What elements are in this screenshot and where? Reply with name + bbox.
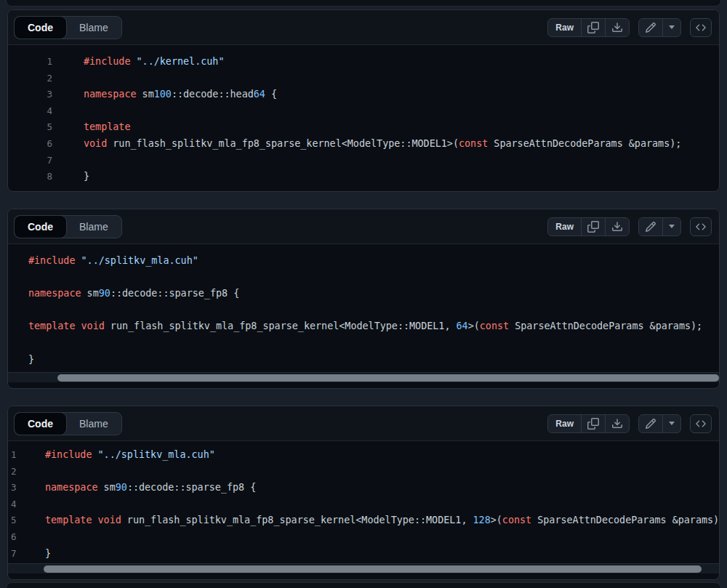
code-symbol-button[interactable] bbox=[690, 18, 712, 37]
line-number[interactable]: 6 bbox=[8, 136, 52, 153]
code-symbol-button[interactable] bbox=[690, 414, 712, 433]
h-scrollbar[interactable] bbox=[8, 563, 719, 573]
scrollbar-thumb[interactable] bbox=[57, 374, 719, 382]
download-button[interactable] bbox=[605, 19, 629, 36]
code-line-text: #include "../splitkv_mla.cuh" bbox=[8, 253, 198, 270]
code-line-text: template void run_flash_splitkv_mla_fp8_… bbox=[25, 512, 719, 529]
code-symbol-button[interactable] bbox=[690, 217, 712, 236]
raw-copy-download-group: Raw bbox=[547, 414, 630, 433]
copy-button[interactable] bbox=[581, 19, 605, 36]
code-line: 2 bbox=[8, 71, 719, 87]
code-line-text: #include "../kernel.cuh" bbox=[52, 54, 225, 71]
copy-icon bbox=[587, 221, 599, 233]
code-line: 1#include "../kernel.cuh" bbox=[8, 54, 719, 71]
toolbar-actions: Raw bbox=[547, 18, 712, 37]
scrollbar-thumb[interactable] bbox=[44, 565, 702, 573]
code-line: 6 bbox=[8, 529, 719, 546]
code-line: 2 bbox=[8, 464, 719, 480]
code-line-text bbox=[52, 153, 84, 169]
code-line: } bbox=[8, 352, 719, 368]
code-line-text: void run_flash_splitkv_mla_fp8_sparse_ke… bbox=[52, 136, 681, 153]
code-line-text bbox=[25, 529, 45, 546]
toolbar-actions: Raw bbox=[547, 217, 712, 236]
code-panel-1: Code Blame Raw 1#include "../kernel.cuh"… bbox=[7, 9, 720, 192]
line-number[interactable]: 5 bbox=[8, 512, 25, 529]
code-line-text: namespace sm90::decode::sparse_fp8 { bbox=[25, 480, 256, 496]
code-line-text: namespace sm90::decode::sparse_fp8 { bbox=[8, 286, 239, 302]
toolbar-actions: Raw bbox=[547, 414, 712, 433]
edit-button[interactable] bbox=[639, 218, 662, 235]
chevron-down-icon bbox=[669, 225, 675, 228]
code-line: 5template void run_flash_splitkv_mla_fp8… bbox=[8, 512, 719, 529]
tab-blame[interactable]: Blame bbox=[66, 413, 121, 435]
code-panel-3: Code Blame Raw 1#include "../splitkv_mla… bbox=[7, 406, 720, 580]
pencil-icon bbox=[645, 22, 656, 33]
code-line: 6void run_flash_splitkv_mla_fp8_sparse_k… bbox=[8, 136, 719, 153]
tab-blame[interactable]: Blame bbox=[66, 17, 121, 39]
download-icon bbox=[611, 418, 623, 430]
edit-button[interactable] bbox=[639, 19, 662, 36]
chevron-down-icon bbox=[669, 25, 675, 29]
line-number[interactable]: 6 bbox=[8, 529, 25, 546]
code-lines: #include "../splitkv_mla.cuh"namespace s… bbox=[8, 244, 719, 372]
code-line-text: #include "../splitkv_mla.cuh" bbox=[25, 447, 215, 464]
raw-button[interactable]: Raw bbox=[548, 218, 581, 235]
code-line: template void run_flash_splitkv_mla_fp8_… bbox=[8, 318, 719, 335]
raw-button[interactable]: Raw bbox=[548, 415, 581, 432]
copy-button[interactable] bbox=[581, 415, 605, 432]
code-symbol-icon bbox=[696, 222, 706, 232]
code-line-text bbox=[8, 302, 28, 319]
copy-icon bbox=[587, 22, 599, 33]
raw-copy-download-group: Raw bbox=[547, 18, 630, 37]
code-line bbox=[8, 302, 719, 319]
edit-dropdown-button[interactable] bbox=[662, 218, 680, 235]
line-number[interactable]: 4 bbox=[8, 103, 52, 120]
code-symbol-icon bbox=[696, 419, 706, 429]
line-number[interactable]: 8 bbox=[8, 169, 52, 185]
code-line bbox=[8, 270, 719, 286]
line-number[interactable]: 3 bbox=[8, 86, 52, 103]
code-line: 7 bbox=[8, 153, 719, 169]
tab-code[interactable]: Code bbox=[15, 17, 66, 39]
code-line: 8} bbox=[8, 169, 719, 185]
code-blame-switch: Code Blame bbox=[14, 215, 122, 238]
copy-button[interactable] bbox=[581, 218, 605, 235]
code-lines: 1#include "../splitkv_mla.cuh"23namespac… bbox=[8, 441, 719, 563]
line-number[interactable]: 7 bbox=[8, 546, 25, 563]
top-page-strip bbox=[6, 0, 721, 7]
code-line-text bbox=[25, 464, 45, 480]
code-line: 3namespace sm100::decode::head64 { bbox=[8, 86, 719, 103]
edit-dropdown-button[interactable] bbox=[662, 415, 680, 432]
download-button[interactable] bbox=[605, 218, 629, 235]
tab-blame[interactable]: Blame bbox=[66, 216, 121, 238]
code-lines: 1#include "../kernel.cuh"23namespace sm1… bbox=[8, 45, 719, 191]
tab-code[interactable]: Code bbox=[15, 413, 66, 435]
line-number[interactable]: 2 bbox=[8, 71, 52, 87]
download-button[interactable] bbox=[605, 415, 629, 432]
line-number[interactable]: 4 bbox=[8, 496, 25, 513]
code-line-text bbox=[52, 103, 84, 120]
line-number[interactable]: 7 bbox=[8, 153, 52, 169]
pencil-icon bbox=[645, 418, 656, 430]
code-line-text: namespace sm100::decode::head64 { bbox=[52, 86, 277, 103]
code-line-text: template bbox=[52, 119, 131, 136]
edit-button[interactable] bbox=[639, 415, 662, 432]
code-line-text: template void run_flash_splitkv_mla_fp8_… bbox=[8, 318, 702, 335]
line-number[interactable]: 3 bbox=[8, 480, 25, 496]
line-number[interactable]: 1 bbox=[8, 447, 25, 464]
edit-dropdown-button[interactable] bbox=[662, 19, 680, 36]
line-number[interactable]: 1 bbox=[8, 54, 52, 71]
code-line: 3namespace sm90::decode::sparse_fp8 { bbox=[8, 480, 719, 496]
h-scrollbar[interactable] bbox=[8, 372, 719, 382]
edit-group bbox=[638, 414, 681, 433]
file-toolbar: Code Blame Raw bbox=[8, 209, 719, 244]
tab-code[interactable]: Code bbox=[15, 216, 66, 238]
line-number[interactable]: 2 bbox=[8, 464, 25, 480]
raw-button[interactable]: Raw bbox=[548, 19, 581, 36]
code-line-text bbox=[8, 270, 28, 286]
code-line: 1#include "../splitkv_mla.cuh" bbox=[8, 447, 719, 464]
download-icon bbox=[611, 221, 623, 233]
line-number[interactable]: 5 bbox=[8, 119, 52, 136]
code-line: 4 bbox=[8, 103, 719, 120]
code-line-text: } bbox=[25, 546, 51, 563]
